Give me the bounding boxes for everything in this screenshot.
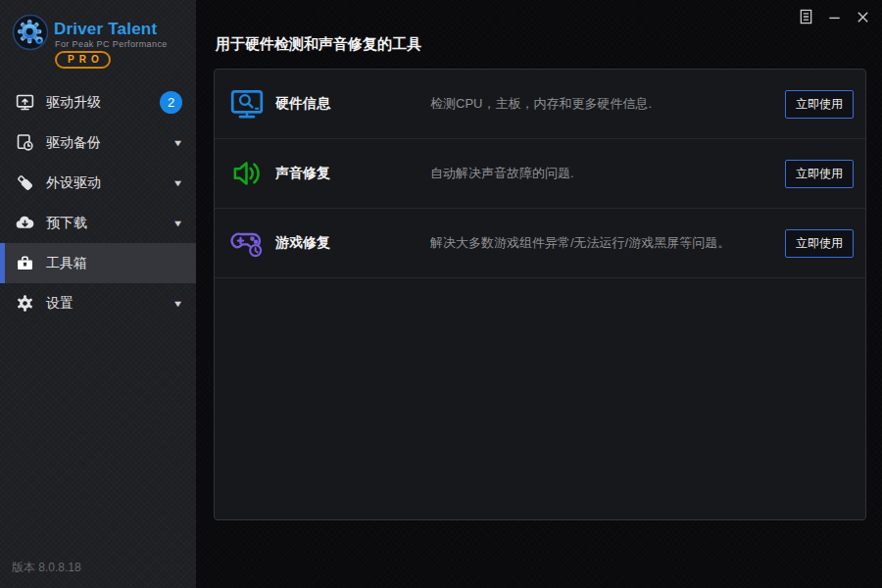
driver-update-icon (14, 92, 35, 114)
logo: Driver Talent For Peak PC Performance PR… (0, 0, 196, 80)
sidebar-item-driver-backup[interactable]: 驱动备份 ▼ (0, 122, 196, 163)
tools-panel: 硬件信息 检测CPU，主板，内存和更多硬件信息. 立即使用 声音修复 自动解决声… (214, 69, 866, 520)
sidebar-item-label: 预下载 (46, 215, 173, 232)
sidebar-item-label: 设置 (46, 295, 173, 313)
use-now-button[interactable]: 立即使用 (785, 229, 854, 258)
tool-row-game-repair: 游戏修复 解决大多数游戏组件异常/无法运行/游戏黑屏等问题。 立即使用 (215, 209, 865, 278)
sidebar-item-predownload[interactable]: 预下载 ▼ (0, 203, 196, 243)
chevron-down-icon[interactable]: ▼ (172, 178, 184, 188)
toolbox-icon (14, 253, 35, 274)
page-title: 用于硬件检测和声音修复的工具 (216, 35, 421, 54)
tool-row-sound-repair: 声音修复 自动解决声音故障的问题. 立即使用 (215, 139, 865, 209)
menu-icon[interactable] (796, 7, 815, 26)
use-now-button[interactable]: 立即使用 (785, 90, 854, 119)
app-window: Driver Talent For Peak PC Performance PR… (0, 0, 882, 588)
tool-row-hardware-info: 硬件信息 检测CPU，主板，内存和更多硬件信息. 立即使用 (215, 70, 865, 139)
hardware-info-icon (227, 84, 267, 123)
sidebar: Driver Talent For Peak PC Performance PR… (0, 0, 196, 588)
tool-name: 硬件信息 (275, 95, 430, 113)
update-count-badge: 2 (160, 91, 182, 114)
chevron-down-icon[interactable]: ▼ (172, 219, 184, 228)
pro-badge: PRO (55, 51, 111, 69)
version-label: 版本 8.0.8.18 (12, 560, 81, 576)
sidebar-item-toolbox[interactable]: 工具箱 (0, 243, 196, 283)
chevron-down-icon[interactable]: ▼ (172, 138, 184, 148)
backup-clock-icon (14, 132, 35, 154)
sidebar-item-label: 工具箱 (46, 255, 182, 272)
sidebar-item-driver-update[interactable]: 驱动升级 2 (0, 82, 196, 122)
usb-drive-icon (14, 172, 35, 194)
window-controls (796, 7, 872, 26)
chevron-down-icon[interactable]: ▼ (172, 299, 184, 309)
cloud-download-icon (14, 213, 35, 234)
app-title: Driver Talent (54, 20, 157, 39)
main-area: 用于硬件检测和声音修复的工具 硬件信息 检测CPU，主板，内存和更多硬件信息. … (196, 0, 882, 588)
sidebar-item-peripheral-drivers[interactable]: 外设驱动 ▼ (0, 163, 196, 203)
settings-gear-icon (14, 293, 35, 315)
sidebar-menu: 驱动升级 2 驱动备份 ▼ (0, 82, 196, 323)
tool-description: 解决大多数游戏组件异常/无法运行/游戏黑屏等问题。 (430, 234, 785, 252)
tool-name: 游戏修复 (275, 234, 430, 252)
sound-repair-icon (227, 154, 267, 193)
tool-description: 自动解决声音故障的问题. (430, 165, 785, 182)
sidebar-item-label: 外设驱动 (46, 174, 173, 192)
sidebar-item-label: 驱动升级 (46, 94, 160, 112)
tool-description: 检测CPU，主板，内存和更多硬件信息. (430, 95, 785, 113)
sidebar-item-label: 驱动备份 (46, 134, 173, 152)
tool-name: 声音修复 (275, 165, 430, 182)
app-slogan: For Peak PC Performance (55, 39, 168, 49)
close-icon[interactable] (853, 7, 872, 26)
use-now-button[interactable]: 立即使用 (785, 160, 854, 188)
minimize-icon[interactable] (824, 7, 844, 26)
sidebar-item-settings[interactable]: 设置 ▼ (0, 283, 196, 323)
game-repair-icon (227, 223, 267, 263)
logo-gear-icon (12, 14, 49, 55)
